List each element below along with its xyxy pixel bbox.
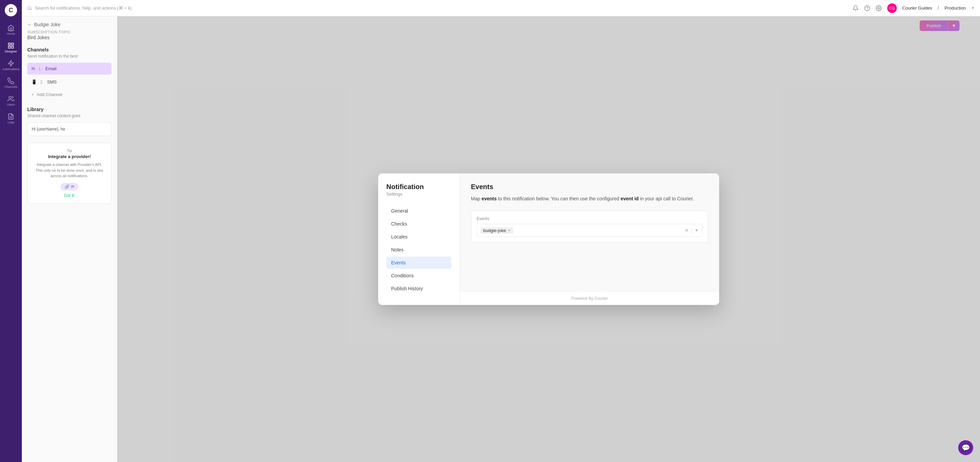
channel-num-1: 1. (38, 67, 42, 71)
channel-label-email: Email (45, 66, 57, 71)
right-panel: Publish ▼ Notification Settings General … (117, 16, 980, 462)
modal-subtitle: Settings (387, 192, 452, 197)
search-icon (27, 6, 32, 11)
sidebar-item-designer[interactable]: Designer (3, 40, 19, 56)
settings-icon[interactable] (876, 5, 882, 11)
sidebar-label-home: Home (7, 32, 15, 35)
topbar: Search for notifications, help, and acti… (22, 0, 980, 16)
svg-point-7 (28, 6, 31, 9)
notification-settings-modal: Notification Settings General Checks Loc… (378, 173, 719, 305)
modal-footer: Powered By Courier (460, 292, 719, 305)
sidebar-item-home[interactable]: Home (3, 22, 19, 38)
events-input-controls: ✕ ▼ (685, 227, 699, 234)
back-arrow-icon: ← (27, 22, 32, 27)
svg-rect-0 (8, 43, 11, 45)
modal-nav-general[interactable]: General (387, 205, 452, 217)
email-icon: ✉ (31, 66, 35, 71)
events-divider (692, 227, 692, 234)
topbar-right: CG Courier Guides / Production ▼ (853, 3, 975, 13)
events-clear-icon[interactable]: ✕ (685, 228, 689, 233)
app-logo[interactable]: C (5, 4, 17, 16)
tip-title: Integrate a provider! (33, 154, 106, 159)
subscription-topic-label: Subscription Topic (27, 30, 111, 34)
sidebar-label-designer: Designer (5, 50, 17, 53)
events-box: Events budgie-joke × ✕ ▼ (471, 211, 708, 243)
modal-nav-locales[interactable]: Locales (387, 231, 452, 243)
modal-nav: Notification Settings General Checks Loc… (378, 173, 460, 305)
left-panel: ← Budgie Joke Subscription Topic Bird Jo… (22, 16, 117, 462)
library-section: Library Shared channel content goes Hi {… (27, 106, 111, 136)
channels-section-title: Channels (27, 47, 111, 52)
library-desc: Shared channel content goes (27, 113, 111, 118)
events-bold-2: event id (620, 196, 639, 202)
modal-content: Events Map events to this notification b… (460, 173, 719, 292)
channels-section-desc: Send notification to the best (27, 54, 111, 59)
bell-icon[interactable] (853, 5, 859, 11)
env-chevron-icon[interactable]: ▼ (971, 6, 975, 10)
events-bold-1: events (482, 196, 496, 202)
channel-item-email[interactable]: ✉ 1. Email (27, 63, 111, 75)
svg-rect-3 (8, 46, 11, 48)
events-dropdown-icon[interactable]: ▼ (695, 228, 699, 233)
org-name: Courier Guides (902, 5, 932, 11)
back-link[interactable]: ← Budgie Joke (27, 22, 111, 27)
tip-label: Tip (33, 149, 106, 152)
sidebar-label-users: Users (7, 103, 15, 106)
user-avatar[interactable]: CG (887, 3, 897, 13)
event-tag-label: budgie-joke (483, 228, 506, 233)
sidebar-item-logs[interactable]: Logs (3, 110, 19, 127)
modal-nav-publish-history[interactable]: Publish History (387, 283, 452, 295)
library-title: Library (27, 106, 111, 112)
modal-overlay: Notification Settings General Checks Loc… (117, 16, 980, 462)
sidebar-item-automations[interactable]: Automations (3, 57, 19, 74)
svg-point-4 (9, 97, 11, 99)
modal-nav-checks[interactable]: Checks (387, 218, 452, 230)
events-description: Map events to this notification below. Y… (471, 195, 708, 202)
content-area: ← Budgie Joke Subscription Topic Bird Jo… (22, 16, 980, 462)
sidebar-label-channels: Channels (5, 85, 18, 89)
provider-toggle[interactable]: 🔗 ⟳ (60, 183, 78, 191)
modal-title: Notification (387, 183, 452, 191)
library-preview: Hi {userName}, he (27, 122, 111, 136)
events-label: Events (477, 216, 702, 221)
svg-line-8 (31, 9, 32, 10)
sidebar: C Home Designer Automations Channels Use… (0, 0, 22, 462)
env-name: Production (945, 5, 966, 11)
add-channel-label: Add Channel (37, 92, 62, 97)
svg-point-11 (878, 7, 880, 9)
event-tag-remove[interactable]: × (508, 228, 511, 233)
channel-label-sms: SMS (47, 79, 57, 84)
org-separator: / (937, 5, 939, 11)
event-tag-budgie-joke: budgie-joke × (480, 227, 513, 234)
channel-item-sms[interactable]: 📱 2. SMS (27, 76, 111, 88)
search-bar[interactable]: Search for notifications, help, and acti… (27, 5, 848, 11)
svg-rect-2 (11, 46, 14, 48)
sidebar-item-channels[interactable]: Channels (3, 75, 19, 91)
channel-num-2: 2. (40, 80, 44, 84)
tip-text: Integrate a channel with Provider's API.… (33, 162, 106, 179)
got-it-button[interactable]: Got it! (33, 193, 106, 198)
help-icon[interactable] (864, 5, 870, 11)
modal-nav-conditions[interactable]: Conditions (387, 270, 452, 282)
add-channel-plus-icon: + (31, 92, 34, 97)
modal-nav-events[interactable]: Events (387, 257, 452, 269)
events-section-title: Events (471, 183, 708, 191)
modal-nav-notes[interactable]: Notes (387, 244, 452, 256)
chat-widget[interactable]: 💬 (958, 440, 973, 455)
sidebar-label-automations: Automations (2, 67, 19, 71)
search-placeholder: Search for notifications, help, and acti… (35, 5, 132, 11)
main-area: Search for notifications, help, and acti… (22, 0, 980, 462)
sidebar-label-logs: Logs (8, 121, 14, 124)
events-input[interactable]: budgie-joke × ✕ ▼ (477, 224, 702, 237)
tip-box: Tip Integrate a provider! Integrate a ch… (27, 143, 111, 204)
svg-rect-1 (11, 43, 14, 45)
sms-icon: 📱 (31, 79, 37, 84)
sidebar-item-users[interactable]: Users (3, 93, 19, 109)
add-channel-button[interactable]: + Add Channel (27, 89, 111, 100)
subscription-topic-value: Bird Jokes (27, 35, 111, 40)
notification-name: Budgie Joke (34, 22, 60, 27)
